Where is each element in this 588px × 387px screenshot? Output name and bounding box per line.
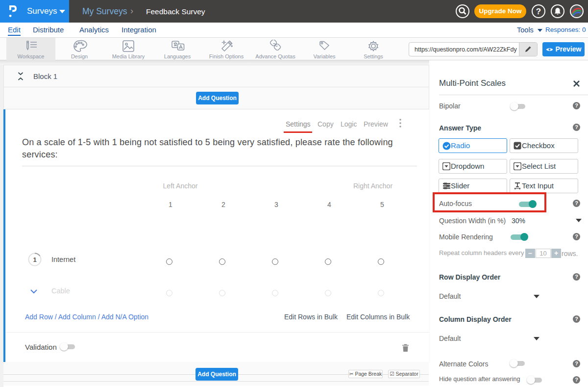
svg-text:1: 1 bbox=[33, 256, 36, 263]
